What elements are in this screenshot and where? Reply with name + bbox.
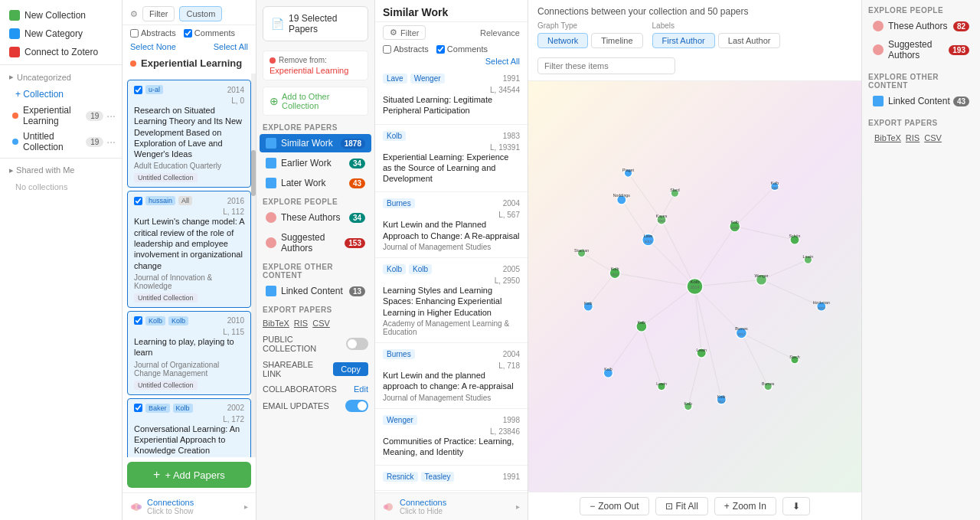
papers-scrollbar[interactable] <box>251 74 256 457</box>
experiential-more[interactable]: ··· <box>106 110 116 122</box>
similar-paper[interactable]: Kolb 1983 L, 19391 Experiential Learning… <box>375 125 528 193</box>
explore-item-linked[interactable]: Linked Content 13 <box>260 282 371 300</box>
earlier-work-label: Earlier Work <box>281 158 349 168</box>
similar-comments-check[interactable]: Comments <box>436 44 488 54</box>
svg-text:1984: 1984 <box>771 186 779 190</box>
export-ris[interactable]: RIS <box>294 319 308 328</box>
add-to-section[interactable]: ⊕ Add to Other Collection <box>263 87 368 116</box>
explore-item-these-authors[interactable]: These Authors 34 <box>260 208 371 227</box>
similar-comments-checkbox[interactable] <box>436 45 445 54</box>
explore-item-later[interactable]: Later Work 43 <box>260 174 371 192</box>
svg-text:Kolb: Kolb <box>730 220 739 224</box>
right-export: EXPORT PAPERS BibTeX RIS CSV <box>868 119 974 146</box>
paper-citations: L, 23846 <box>383 427 520 436</box>
similar-connections-bar[interactable]: Connections Click to Hide ▸ <box>375 492 528 520</box>
graph-filter-input[interactable] <box>537 57 675 74</box>
fit-all-btn[interactable]: ⊡ Fit All <box>655 497 708 515</box>
right-export-csv[interactable]: CSV <box>924 133 942 142</box>
sidebar-divider2 <box>0 158 122 159</box>
paper-citations: L, 34544 <box>383 86 520 94</box>
paper-card[interactable]: hussain All 2016 L, 112 Kurt Lewin's cha… <box>127 191 251 307</box>
comments-checkbox[interactable] <box>184 29 192 38</box>
export-csv[interactable]: CSV <box>312 319 330 328</box>
export-bibtex[interactable]: BibTeX <box>263 319 289 328</box>
similar-paper[interactable]: Wenger 1998 L, 23846 Communities of Prac… <box>375 409 528 466</box>
download-icon: ⬇ <box>792 501 800 512</box>
sidebar-item-untitled[interactable]: Untitled Collection 19 ··· <box>0 129 122 155</box>
abstracts-checkbox[interactable] <box>130 29 139 38</box>
copy-button[interactable]: Copy <box>333 362 368 376</box>
later-work-label: Later Work <box>281 178 349 188</box>
remove-from-section[interactable]: Remove from: Experiential Learning <box>263 51 368 80</box>
add-collection-link[interactable]: + Collection <box>0 86 122 103</box>
public-toggle[interactable] <box>346 338 368 350</box>
paper-card[interactable]: Baker Kolb 2002 L, 172 Conversational Le… <box>127 398 251 457</box>
sidebar-item-experiential[interactable]: Experiential Learning 19 ··· <box>0 103 122 129</box>
right-linked-content[interactable]: Linked Content 43 <box>868 93 974 110</box>
similar-paper-header: Burnes 2004 <box>383 349 520 359</box>
shared-with-me-header[interactable]: ▸ Shared with Me <box>0 162 122 179</box>
connections-text-group: Connections Click to Hide <box>400 498 446 515</box>
paper-checkbox[interactable] <box>134 86 142 94</box>
email-toggle[interactable] <box>345 400 368 412</box>
paper-year: 2010 <box>227 316 244 325</box>
connect-zotero-action[interactable]: Connect to Zotero <box>0 43 122 61</box>
new-collection-icon <box>9 10 20 21</box>
custom-button[interactable]: Custom <box>179 6 222 21</box>
explore-item-similar[interactable]: Similar Work 1878 <box>260 134 371 152</box>
edit-link[interactable]: Edit <box>354 384 368 394</box>
uncategorized-header[interactable]: ▸ Uncategorized <box>0 68 122 86</box>
similar-abstracts-check[interactable]: Abstracts <box>383 44 429 54</box>
papers-list: u-al 2014 L, 0 Research on Situated Lear… <box>122 74 256 457</box>
right-suggested-authors[interactable]: Suggested Authors 193 <box>868 36 974 64</box>
svg-line-13 <box>735 187 775 227</box>
similar-abstracts-checkbox[interactable] <box>383 45 391 54</box>
paper-checkbox[interactable] <box>134 316 142 325</box>
zoom-out-btn[interactable]: − Zoom Out <box>580 497 648 515</box>
add-papers-button[interactable]: + + Add Papers <box>127 462 251 488</box>
similar-paper[interactable]: Lave Wenger 1991 L, 34544 Situated Learn… <box>375 67 528 125</box>
select-all-link[interactable]: Select All <box>214 42 248 51</box>
svg-text:Kolb: Kolb <box>604 367 612 371</box>
zoom-in-btn[interactable]: + Zoom In <box>714 497 776 515</box>
paper-checkbox[interactable] <box>134 197 142 205</box>
right-export-ris[interactable]: RIS <box>906 133 920 142</box>
filter-button[interactable]: Filter <box>142 6 175 21</box>
similar-filter-btn[interactable]: ⚙ Filter <box>383 25 426 40</box>
similar-paper[interactable]: Burnes 2004 L, 718 Kurt Lewin and the pl… <box>375 343 528 409</box>
explore-item-earlier[interactable]: Earlier Work 34 <box>260 154 371 172</box>
similar-paper[interactable]: Burnes 2004 L, 567 Kurt Lewin and the Pl… <box>375 192 528 258</box>
untitled-more[interactable]: ··· <box>106 136 116 148</box>
paper-card[interactable]: Kolb Kolb 2010 L, 115 Learning to play, … <box>127 311 251 395</box>
select-none-link[interactable]: Select None <box>130 42 176 51</box>
right-explore-people-title: EXPLORE PEOPLE <box>868 6 974 15</box>
paper-checkbox[interactable] <box>134 404 142 412</box>
right-these-authors[interactable]: These Authors 82 <box>868 18 974 34</box>
first-author-btn[interactable]: First Author <box>652 33 715 48</box>
timeline-btn[interactable]: Timeline <box>591 33 642 48</box>
selected-papers-label: 19 Selected Papers <box>289 13 360 34</box>
new-category-action[interactable]: New Category <box>0 25 122 43</box>
similar-paper[interactable]: Resnick Teasley 1991 <box>375 466 528 491</box>
right-export-bibtex[interactable]: BibTeX <box>874 133 901 142</box>
paper-citations: L, 112 <box>134 208 244 216</box>
network-btn[interactable]: Network <box>537 33 588 48</box>
connections-bar[interactable]: Connections Click to Show ▸ <box>122 492 256 520</box>
zoom-out-icon: − <box>590 501 595 512</box>
download-btn[interactable]: ⬇ <box>782 497 810 515</box>
similar-paper[interactable]: Kolb Kolb 2005 L, 2950 Learning Styles a… <box>375 258 528 343</box>
selected-papers-btn[interactable]: 📄 19 Selected Papers <box>263 6 368 41</box>
paper-author-tag: Baker <box>145 404 170 413</box>
connections-sub: Click to Show <box>147 507 194 515</box>
collection-name-label: Experiential Learning <box>141 57 242 69</box>
comments-check[interactable]: Comments <box>184 28 235 38</box>
graph-toolbar: − Zoom Out ⊡ Fit All + Zoom In ⬇ <box>528 492 861 520</box>
explore-item-suggested-authors[interactable]: Suggested Authors 153 <box>260 228 371 257</box>
abstracts-check[interactable]: Abstracts <box>130 28 176 38</box>
similar-select-all[interactable]: Select All <box>375 55 528 67</box>
new-collection-action[interactable]: New Collection <box>0 6 122 25</box>
paper-card[interactable]: u-al 2014 L, 0 Research on Situated Lear… <box>127 80 251 188</box>
last-author-btn[interactable]: Last Author <box>718 33 781 48</box>
author-tag2: Teasley <box>421 472 455 482</box>
svg-text:Piaget: Piaget <box>622 168 634 172</box>
